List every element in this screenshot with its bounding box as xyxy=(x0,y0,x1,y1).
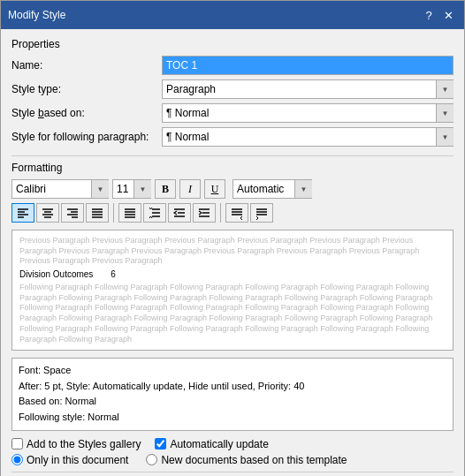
italic-button[interactable]: I xyxy=(179,179,201,199)
formatting-section: Formatting Calibri Arial Times New Roman… xyxy=(11,162,454,223)
dialog-content: Properties Name: Style type: Paragraph C… xyxy=(1,29,464,476)
add-gallery-checkbox[interactable] xyxy=(11,438,23,450)
style-based-row: Style based on: ¶ Normal ¶ Heading 1 ¶ H… xyxy=(11,103,454,123)
style-type-label: Style type: xyxy=(11,83,162,95)
properties-label: Properties xyxy=(11,38,454,50)
indent-decrease-button[interactable] xyxy=(168,203,191,223)
size-select-wrapper: 11 8 9 10 12 14 ▼ xyxy=(112,179,151,199)
title-bar-buttons: ? ✕ xyxy=(420,6,457,24)
modify-style-dialog: Modify Style ? ✕ Properties Name: Style … xyxy=(0,0,465,476)
line-spacing-button[interactable] xyxy=(143,203,166,223)
bold-button[interactable]: B xyxy=(155,179,176,199)
style-based-label: Style based on: xyxy=(11,107,162,119)
style-following-label: Style for following paragraph: xyxy=(11,131,162,143)
close-button[interactable]: ✕ xyxy=(439,6,457,24)
align-justify-button[interactable] xyxy=(86,203,109,223)
align-separator1 xyxy=(113,203,114,223)
style-type-select-wrapper: Paragraph Character Linked ▼ xyxy=(162,79,454,99)
only-document-label: Only in this document xyxy=(27,454,128,466)
style-following-select[interactable]: ¶ Normal ¶ Heading 1 xyxy=(162,127,454,147)
divider2 xyxy=(11,472,454,472)
dialog-title: Modify Style xyxy=(8,9,65,21)
underline-button[interactable]: U xyxy=(204,179,225,199)
format-row1: Calibri Arial Times New Roman ▼ 11 8 9 1… xyxy=(11,179,454,199)
auto-update-checkbox-item[interactable]: Automatically update xyxy=(155,438,268,450)
add-gallery-checkbox-item[interactable]: Add to the Styles gallery xyxy=(11,438,141,450)
only-document-radio-item[interactable]: Only in this document xyxy=(11,454,128,466)
style-type-select[interactable]: Paragraph Character Linked xyxy=(162,79,454,99)
new-documents-radio[interactable] xyxy=(146,454,157,465)
preview-box: Previous Paragraph Previous Paragraph Pr… xyxy=(11,230,454,351)
align-right-button[interactable] xyxy=(61,203,84,223)
align-center-button[interactable] xyxy=(36,203,59,223)
font-select[interactable]: Calibri Arial Times New Roman xyxy=(11,179,109,199)
font-select-wrapper: Calibri Arial Times New Roman ▼ xyxy=(11,179,109,199)
name-row: Name: xyxy=(11,56,454,75)
new-documents-radio-item[interactable]: New documents based on this template xyxy=(146,454,347,466)
properties-section: Properties Name: Style type: Paragraph C… xyxy=(11,38,454,147)
radio-row: Only in this document New documents base… xyxy=(11,454,454,466)
preview-main-tab: 6 xyxy=(111,268,116,281)
align-separator2 xyxy=(220,203,221,223)
following-paragraph-text: Following Paragraph Following Paragraph … xyxy=(19,283,446,344)
style-based-select-wrapper: ¶ Normal ¶ Heading 1 ¶ Heading 2 ▼ xyxy=(162,103,454,123)
help-button[interactable]: ? xyxy=(420,6,438,24)
desc-line4: Following style: Normal xyxy=(19,410,446,426)
only-document-radio[interactable] xyxy=(11,454,23,465)
preview-main-line: Division Outcomes 6 xyxy=(19,268,446,281)
rtl-button[interactable] xyxy=(225,203,248,223)
add-gallery-label: Add to the Styles gallery xyxy=(27,438,141,450)
indent-increase-button[interactable] xyxy=(193,203,216,223)
desc-line2: After: 5 pt, Style: Automatically update… xyxy=(19,379,446,395)
style-based-select[interactable]: ¶ Normal ¶ Heading 1 ¶ Heading 2 xyxy=(162,103,454,123)
auto-update-checkbox[interactable] xyxy=(155,438,166,450)
formatting-label: Formatting xyxy=(11,162,454,174)
checkbox-row: Add to the Styles gallery Automatically … xyxy=(11,438,454,450)
color-select-wrapper: Automatic Black White Red Blue ▼ xyxy=(232,179,312,199)
size-select[interactable]: 11 8 9 10 12 14 xyxy=(112,179,151,199)
divider1 xyxy=(11,155,454,156)
description-box: Font: Space After: 5 pt, Style: Automati… xyxy=(11,358,454,430)
style-following-row: Style for following paragraph: ¶ Normal … xyxy=(11,127,454,147)
prev-paragraph-text: Previous Paragraph Previous Paragraph Pr… xyxy=(19,236,446,267)
color-select[interactable]: Automatic Black White Red Blue xyxy=(232,179,312,199)
new-documents-label: New documents based on this template xyxy=(161,454,347,466)
checkbox-section: Add to the Styles gallery Automatically … xyxy=(11,438,454,466)
style-following-select-wrapper: ¶ Normal ¶ Heading 1 ▼ xyxy=(162,127,454,147)
ltr-button[interactable] xyxy=(250,203,273,223)
name-input[interactable] xyxy=(162,56,454,75)
title-bar: Modify Style ? ✕ xyxy=(1,1,464,29)
align-dist-button[interactable] xyxy=(118,203,141,223)
auto-update-label: Automatically update xyxy=(170,438,268,450)
style-type-row: Style type: Paragraph Character Linked ▼ xyxy=(11,79,454,99)
desc-line1: Font: Space xyxy=(19,363,446,379)
name-label: Name: xyxy=(11,59,162,72)
preview-main-text: Division Outcomes xyxy=(19,268,93,281)
align-row xyxy=(11,203,454,223)
align-left-button[interactable] xyxy=(11,203,34,223)
desc-line3: Based on: Normal xyxy=(19,394,446,410)
